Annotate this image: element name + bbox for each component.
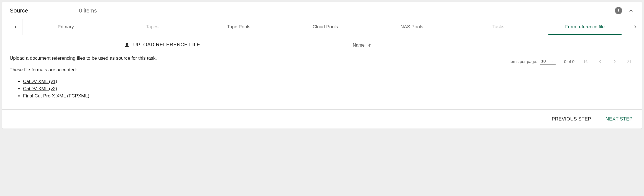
items-count: 0 items <box>79 7 97 14</box>
pager-next[interactable] <box>612 58 618 64</box>
source-panel: Source 0 items ! Primary Tapes Tape Pool… <box>2 2 642 129</box>
pager-buttons <box>583 58 632 64</box>
panel-content: Primary Tapes Tape Pools Cloud Pools NAS… <box>2 19 642 129</box>
content-left: UPLOAD REFERENCE FILE Upload a document … <box>2 35 322 109</box>
list-item: CatDV XML (v2) <box>23 86 314 92</box>
tabs: Primary Tapes Tape Pools Cloud Pools NAS… <box>2 19 642 35</box>
wizard-footer: PREVIOUS STEP NEXT STEP <box>2 109 642 129</box>
tabs-scroll: Primary Tapes Tape Pools Cloud Pools NAS… <box>22 19 628 35</box>
panel-title: Source <box>10 7 79 14</box>
accepted-intro: These file formats are accepted: <box>10 67 314 73</box>
pager-prev[interactable] <box>597 58 603 64</box>
column-label: Name <box>353 43 365 48</box>
ipp-label: Items per page: <box>508 59 537 64</box>
sort-asc-icon <box>367 43 372 47</box>
chevron-left-icon <box>597 58 603 64</box>
upload-reference-button[interactable]: UPLOAD REFERENCE FILE <box>10 42 314 48</box>
range-text: 0 of 0 <box>564 59 574 64</box>
dropdown-arrow-icon <box>551 59 554 63</box>
chevron-right-icon <box>633 25 637 29</box>
tab-nas-pools[interactable]: NAS Pools <box>369 19 455 35</box>
tab-primary[interactable]: Primary <box>22 19 109 35</box>
collapse-toggle[interactable] <box>628 7 634 14</box>
next-step-button[interactable]: NEXT STEP <box>604 114 634 124</box>
list-item: Final Cut Pro X XML (FCPXML) <box>23 93 314 99</box>
tabs-scroll-left[interactable] <box>9 19 22 35</box>
chevron-left-icon <box>13 25 18 29</box>
tab-tape-pools[interactable]: Tape Pools <box>196 19 282 35</box>
error-badge-icon: ! <box>615 7 622 14</box>
format-link-catdv-v2[interactable]: CatDV XML (v2) <box>23 86 57 91</box>
panel-header: Source 0 items ! <box>2 2 642 19</box>
tabs-scroll-right[interactable] <box>628 19 642 35</box>
list-item: CatDV XML (v1) <box>23 79 314 84</box>
paginator: Items per page: 10 0 of 0 <box>328 52 634 65</box>
content-right: Name Items per page: 10 0 of 0 <box>322 35 642 109</box>
ipp-select[interactable]: 10 <box>540 58 556 65</box>
chevron-up-icon <box>628 8 634 13</box>
tab-tasks[interactable]: Tasks <box>455 19 541 35</box>
format-link-fcpxml[interactable]: Final Cut Pro X XML (FCPXML) <box>23 93 89 99</box>
tab-from-reference-file[interactable]: From reference file <box>542 19 628 35</box>
page-last-icon <box>626 58 632 64</box>
upload-icon <box>124 42 130 48</box>
format-link-catdv-v1[interactable]: CatDV XML (v1) <box>23 79 57 84</box>
chevron-right-icon <box>612 58 618 64</box>
ipp-value: 10 <box>541 59 546 63</box>
upload-description: Upload a document referencing files to b… <box>10 56 314 61</box>
previous-step-button[interactable]: PREVIOUS STEP <box>550 114 593 124</box>
column-header-name[interactable]: Name <box>328 39 634 52</box>
tab-tapes[interactable]: Tapes <box>109 19 195 35</box>
accepted-formats-list: CatDV XML (v1) CatDV XML (v2) Final Cut … <box>10 79 314 99</box>
pager-last[interactable] <box>626 58 632 64</box>
content-row: UPLOAD REFERENCE FILE Upload a document … <box>2 35 642 109</box>
items-per-page: Items per page: 10 <box>508 58 556 65</box>
tab-cloud-pools[interactable]: Cloud Pools <box>282 19 369 35</box>
upload-label: UPLOAD REFERENCE FILE <box>133 42 200 48</box>
pager-first[interactable] <box>583 58 589 64</box>
page-first-icon <box>583 58 589 64</box>
